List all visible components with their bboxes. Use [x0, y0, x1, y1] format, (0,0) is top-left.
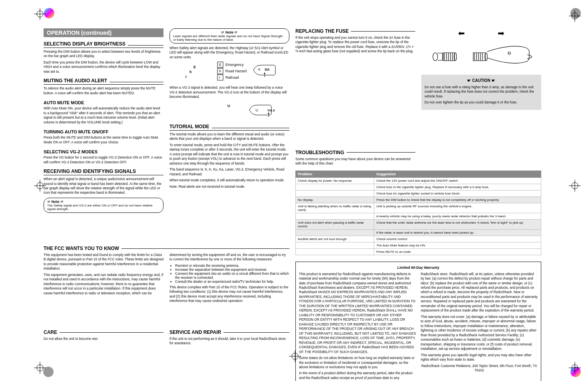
table-row: Check display for power. No response.Che… — [296, 178, 541, 184]
receiving-signals-heading: RECEIVING AND IDENTIFYING SIGNALS — [44, 169, 163, 175]
cell-suggestion: A nearby vehicle may be using a leaky, p… — [374, 213, 541, 220]
svg-rect-22 — [217, 75, 223, 80]
r-icon: r — [219, 75, 220, 79]
caution-text: Do not over tighten the tip as you could… — [425, 100, 538, 105]
rule-line — [110, 82, 163, 82]
table-row: A nearby vehicle may be using a leaky, p… — [296, 213, 541, 220]
svg-point-36 — [433, 53, 438, 61]
care-heading: CARE — [44, 329, 163, 335]
body-text: Press both the MUTE and DIM buttons at t… — [44, 135, 163, 145]
rule-line — [351, 31, 415, 32]
rule-line — [60, 332, 163, 333]
body-text: When an alert signal is detected, a uniq… — [44, 177, 163, 195]
body-text: When tutorial mode completes, it will au… — [169, 178, 289, 183]
arrow-right-icon: ➡ — [498, 29, 504, 38]
body-text: To enter tutorial mode, press and hold t… — [169, 143, 289, 166]
heading-text: THE FCC WANTS YOU TO KNOW — [44, 246, 119, 251]
crop-mark-icon — [289, 350, 301, 363]
crop-mark-icon — [569, 10, 581, 22]
table-row: Audible alerts are not loud enough.Check… — [296, 236, 541, 242]
warranty-box-wrap: Limited 90-Day Warranty This product is … — [295, 256, 541, 381]
svg-text:U: U — [227, 104, 230, 108]
body-text: Pressing the DIM button allows you to se… — [44, 50, 163, 59]
cell-suggestion: Check fuse in the cigarette lighter plug… — [374, 184, 541, 190]
vg2-icon-diagram: U U VG-2 — [169, 101, 289, 120]
crop-mark-icon — [569, 362, 581, 374]
selecting-vg2-heading: SELECTING VG-2 MODES — [44, 149, 163, 154]
service-heading: SERVICE AND REPAIR — [169, 329, 289, 335]
caution-box: ☛ CAUTION ☛ Do not use a fuse with a rat… — [421, 75, 541, 110]
svg-point-39 — [508, 52, 510, 54]
caution-title: ☛ CAUTION ☛ — [425, 78, 538, 83]
svg-text:VG-2: VG-2 — [267, 109, 275, 112]
warranty-text: This warranty does not cover: (a) damage… — [421, 315, 538, 351]
svg-marker-30 — [264, 72, 265, 74]
troubleshooting-table-wrap: Problem Suggestion Check display for pow… — [295, 168, 541, 255]
warranty-text: This product is warranted by RadioShack … — [299, 272, 416, 354]
warranty-text: Some states do not allow limitations on … — [299, 356, 416, 369]
list-item: Connect the equipment into an outlet on … — [175, 272, 289, 280]
svg-text:r: r — [185, 75, 187, 79]
svg-text:Road Hazard: Road Hazard — [225, 69, 247, 73]
heading-text: SERVICE AND REPAIR — [169, 329, 221, 335]
body-text: With Auto Mute ON, your device will auto… — [44, 106, 163, 125]
fuse-arrows: ⬅ ➡ — [421, 28, 541, 38]
crop-mark-icon — [34, 8, 46, 20]
h-icon: h — [219, 69, 221, 73]
muting-audio-heading: MUTING THE AUDIO ALERT — [44, 78, 163, 85]
arrow-left-icon: ⬅ — [458, 29, 465, 38]
note-callout: ☞ Note ☞ The Safety signal and VG-2 are … — [44, 198, 163, 213]
body-text: Note: Real alerts are not received in tu… — [169, 185, 289, 189]
svg-text:E: E — [193, 65, 196, 69]
cell-suggestion: Check fuse for cigarette lighter socket … — [374, 190, 541, 197]
note-callout: ☞ Note ☞ Laser signals are different tha… — [169, 28, 289, 44]
body-text: This device complies with Part 15 of the… — [169, 285, 289, 304]
note-text: Laser signals are different than radar s… — [173, 34, 286, 42]
note-text: The Safety signal and VG-2 are either ON… — [47, 204, 160, 211]
col-header-suggestion: Suggestion — [374, 171, 541, 178]
warranty-address: RadioShack Customer Relations, 200 Taylo… — [421, 364, 538, 373]
heading-text: REPLACING THE FUSE — [295, 28, 349, 34]
cell-problem — [296, 213, 374, 220]
table-row: Check fuse in the cigarette lighter plug… — [296, 184, 541, 190]
care-section: CARE Do not allow the unit to become wet… — [44, 324, 163, 343]
fuse-heading: REPLACING THE FUSE — [295, 28, 415, 34]
fuse-diagram — [421, 39, 541, 71]
list-item: Consult the dealer or an experienced rad… — [175, 280, 289, 284]
cell-suggestion: Press the DIM button to check that the d… — [374, 197, 541, 203]
troubleshooting-heading: TROUBLESHOOTING — [295, 150, 415, 155]
body-text: Press the VG button for 1 second to togg… — [44, 155, 163, 165]
body-text: The tutorial mode allows you to learn th… — [169, 132, 289, 141]
warranty-heading: Limited 90-Day Warranty — [299, 265, 538, 270]
body-text: The band sequence is: X, K, Ku, Ka, Lase… — [169, 167, 289, 177]
svg-text:h: h — [258, 67, 260, 71]
list-item: Increase the separation between the equi… — [175, 268, 289, 272]
cell-problem — [296, 242, 374, 249]
list-item: Reorient or relocate the receiving anten… — [175, 264, 289, 268]
body-text: When Safety alert signals are detected, … — [169, 46, 289, 60]
note-label: ☞ Note ☞ — [47, 200, 64, 204]
warranty-text: This warranty gives you specific legal r… — [421, 353, 538, 362]
heading-text: TUTORIAL MODE — [169, 124, 209, 129]
table-row: Unit is falsing (alerting when no traffi… — [296, 203, 541, 213]
table-row: If the radar or laser unit is behind you… — [296, 230, 541, 236]
heading-text: TROUBLESHOOTING — [295, 150, 344, 155]
rule-line — [122, 248, 289, 249]
cell-suggestion: Check that the units' radar antenna nor … — [374, 220, 541, 230]
cell-suggestion: Check the 12V power cord and adjust the … — [374, 178, 541, 184]
service-section: SERVICE AND REPAIR If the unit is not pe… — [169, 324, 289, 347]
svg-text:Emergency: Emergency — [225, 63, 244, 67]
cell-problem: Unit is falsing (alerting when no traffi… — [296, 203, 374, 213]
body-text: Do not allow the unit to become wet. — [44, 337, 163, 341]
heading-text: MUTING THE AUDIO ALERT — [44, 78, 107, 83]
auto-mute-heading: AUTO MUTE MODE — [44, 100, 163, 105]
crop-mark-icon — [569, 180, 581, 192]
selecting-brightness-heading: SELECTING DISPLAY BRIGHTNESS — [44, 41, 163, 48]
body-text: Each time you press the DIM button, the … — [44, 60, 163, 74]
e-icon: E — [219, 63, 221, 67]
body-text: If the unit is not performing as it shou… — [169, 337, 289, 346]
body-text: This equipment has been tested and found… — [44, 253, 163, 271]
col-header-problem: Problem — [296, 171, 374, 178]
fcc-bullet-list: Reorient or relocate the receiving anten… — [169, 264, 289, 284]
cell-problem — [296, 249, 374, 255]
